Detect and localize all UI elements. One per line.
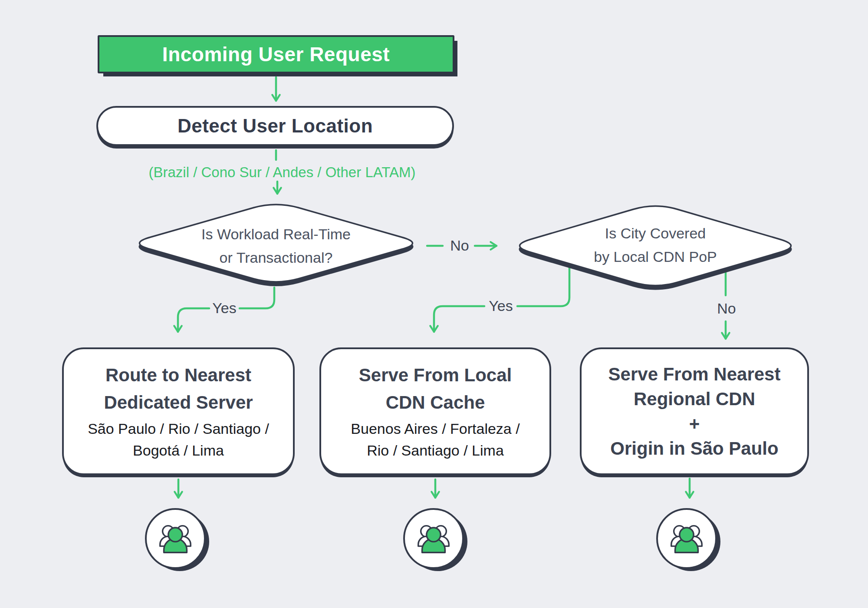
outcome-dedicated-title: Route to Nearest Dedicated Server [104, 361, 253, 416]
users-endpoint-1 [145, 508, 206, 569]
outcome-local-cdn-title-line2: CDN Cache [359, 389, 512, 416]
outcome-local-cdn-title-line1: Serve From Local [359, 361, 512, 389]
region-hint-text: (Brazil / Cono Sur / Andes / Other LATAM… [78, 163, 486, 182]
outcome-dedicated-title-line1: Route to Nearest [104, 361, 253, 389]
users-endpoint-3 [656, 508, 717, 569]
outcome-local-cdn-cities-line1: Buenos Aires / Fortaleza / [351, 418, 519, 439]
outcome-local-cdn-box: Serve From Local CDN Cache Buenos Aires … [319, 347, 551, 475]
outcome-regional-line3: + [689, 411, 700, 436]
start-node: Incoming User Request [98, 35, 454, 73]
edge-decision1-yes-b [178, 308, 209, 332]
outcome-local-cdn-cities-line2: Rio / Santiago / Lima [351, 439, 519, 461]
decision-cdn-pop-text: Is City Covered by Local CDN PoP [525, 221, 786, 268]
edge-decision2-yes-b [434, 306, 484, 332]
outcome-dedicated-cities: São Paulo / Rio / Santiago / Bogotá / Li… [88, 418, 269, 461]
edge-label-realtime-yes: Yes [212, 300, 236, 317]
outcome-regional-box: Serve From Nearest Regional CDN + Origin… [580, 347, 809, 475]
outcome-local-cdn-title: Serve From Local CDN Cache [359, 361, 512, 416]
outcome-local-cdn-cities: Buenos Aires / Fortaleza / Rio / Santiag… [351, 418, 519, 461]
users-endpoint-2 [403, 508, 464, 569]
outcome-dedicated-title-line2: Dedicated Server [104, 389, 253, 416]
decision-realtime-line2: or Transactional? [146, 246, 406, 269]
outcome-dedicated-cities-line1: São Paulo / Rio / Santiago / [88, 418, 269, 439]
outcome-dedicated-box: Route to Nearest Dedicated Server São Pa… [62, 347, 295, 475]
edge-label-realtime-no: No [450, 237, 469, 254]
decision-realtime-line1: Is Workload Real-Time [146, 222, 406, 246]
edge-label-pop-no: No [717, 300, 736, 317]
outcome-dedicated-cities-line2: Bogotá / Lima [88, 439, 269, 461]
flowchart-canvas: Incoming User Request Detect User Locati… [0, 0, 868, 608]
users-group-icon [666, 518, 707, 559]
decision-cdn-pop-line1: Is City Covered [525, 221, 786, 245]
users-group-icon [413, 518, 454, 559]
outcome-regional-line4: Origin in São Paulo [610, 436, 778, 461]
outcome-regional-line1: Serve From Nearest [608, 362, 781, 387]
decision-cdn-pop-line2: by Local CDN PoP [525, 245, 786, 268]
users-group-icon [155, 518, 196, 559]
edge-label-pop-yes: Yes [489, 297, 513, 314]
start-node-label: Incoming User Request [162, 43, 390, 66]
outcome-regional-line2: Regional CDN [634, 387, 755, 411]
edge-decision1-yes-a [240, 287, 274, 308]
detect-location-node: Detect User Location [96, 106, 454, 146]
detect-location-label: Detect User Location [178, 115, 373, 137]
decision-realtime-text: Is Workload Real-Time or Transactional? [146, 222, 406, 269]
edge-decision2-yes-a [517, 265, 569, 306]
